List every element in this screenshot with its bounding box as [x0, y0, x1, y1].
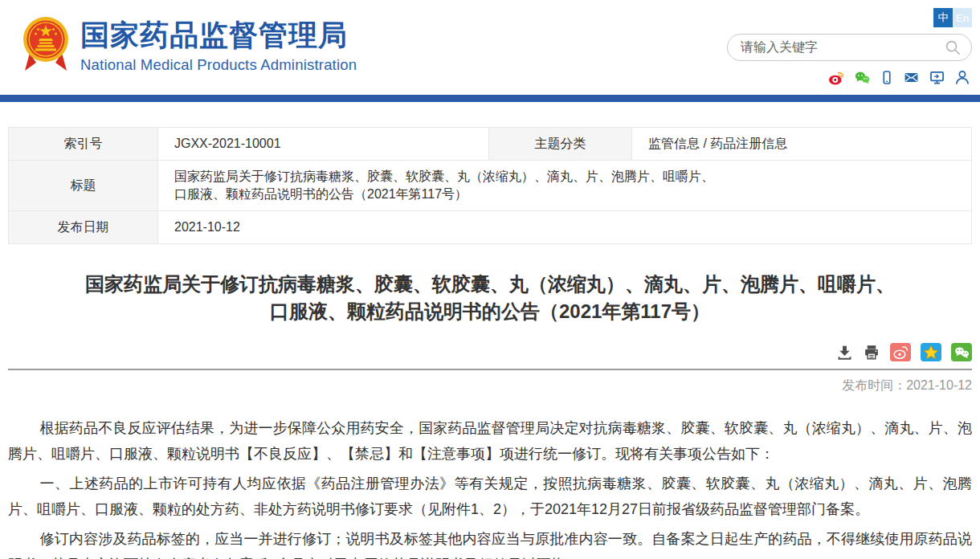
mobile-icon[interactable]: [880, 70, 894, 85]
table-row: 索引号 JGXX-2021-10001 主题分类 监管信息 / 药品注册信息: [9, 128, 972, 161]
publish-date-label: 发布日期: [9, 211, 158, 244]
lang-en-button[interactable]: En: [953, 8, 972, 27]
site-logo-link[interactable]: 国家药品监督管理局 National Medical Products Admi…: [22, 13, 357, 75]
site-search: [727, 34, 972, 61]
download-icon[interactable]: [836, 344, 853, 361]
article-toolbar: [8, 343, 972, 369]
search-icon[interactable]: [944, 39, 962, 56]
publish-time: 发布时间：2021-10-12: [8, 377, 972, 394]
site-subtitle: National Medical Products Administration: [80, 56, 357, 74]
publish-date-value: 2021-10-12: [158, 211, 972, 244]
share-weibo-icon[interactable]: [890, 343, 911, 361]
main-content: 索引号 JGXX-2021-10001 主题分类 监管信息 / 药品注册信息 标…: [8, 127, 972, 559]
table-row: 标题 国家药监局关于修订抗病毒糖浆、胶囊、软胶囊、丸（浓缩丸）、滴丸、片、泡腾片…: [9, 161, 972, 211]
share-qzone-icon[interactable]: [921, 343, 941, 361]
page-title: 国家药监局关于修订抗病毒糖浆、胶囊、软胶囊、丸（浓缩丸）、滴丸、片、泡腾片、咀嚼…: [8, 271, 972, 325]
share-wechat-icon[interactable]: [951, 343, 972, 361]
paragraph: 根据药品不良反应评估结果，为进一步保障公众用药安全，国家药品监督管理局决定对抗病…: [8, 415, 972, 467]
table-row: 发布日期 2021-10-12: [9, 211, 972, 244]
paragraph: 一、上述药品的上市许可持有人均应依据《药品注册管理办法》等有关规定，按照抗病毒糖…: [8, 471, 972, 522]
china-national-emblem-icon: [22, 13, 69, 75]
language-toggle: 中 En: [933, 8, 972, 27]
user-icon[interactable]: [954, 69, 970, 85]
site-title: 国家药品监督管理局: [80, 19, 357, 51]
title-value: 国家药监局关于修订抗病毒糖浆、胶囊、软胶囊、丸（浓缩丸）、滴丸、片、泡腾片、咀嚼…: [158, 161, 972, 211]
document-meta-table: 索引号 JGXX-2021-10001 主题分类 监管信息 / 药品注册信息 标…: [8, 127, 972, 244]
index-label: 索引号: [9, 128, 158, 161]
wechat-icon[interactable]: [854, 70, 871, 85]
article-body: 根据药品不良反应评估结果，为进一步保障公众用药安全，国家药品监督管理局决定对抗病…: [8, 415, 972, 559]
category-label: 主题分类: [489, 128, 632, 161]
screen-share-icon[interactable]: [929, 70, 945, 85]
category-value: 监管信息 / 药品注册信息: [632, 128, 972, 161]
site-header: 国家药品监督管理局 National Medical Products Admi…: [0, 0, 980, 95]
mail-icon[interactable]: [903, 70, 920, 85]
index-value: JGXX-2021-10001: [158, 128, 489, 161]
paragraph: 修订内容涉及药品标签的，应当一并进行修订；说明书及标签其他内容应当与原批准内容一…: [8, 526, 972, 559]
toolbar-divider: [8, 369, 972, 370]
brand-text: 国家药品监督管理局 National Medical Products Admi…: [80, 13, 357, 74]
title-label: 标题: [9, 161, 158, 211]
search-input[interactable]: [741, 40, 944, 55]
lang-zh-button[interactable]: 中: [933, 8, 953, 27]
social-links: [828, 69, 970, 85]
weibo-icon[interactable]: [828, 70, 845, 85]
print-icon[interactable]: [863, 344, 880, 361]
header-divider-bar: [0, 95, 980, 102]
